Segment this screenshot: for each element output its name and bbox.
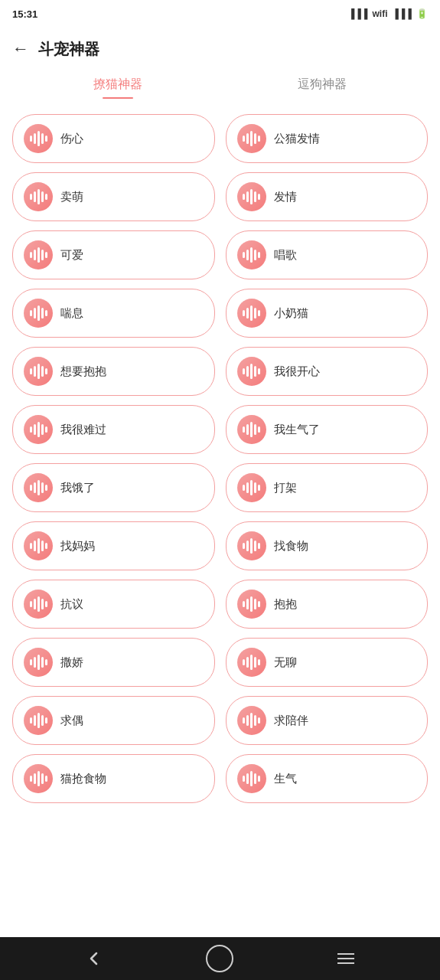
sound-button[interactable]: 生气 [226,754,429,803]
sound-button[interactable]: 发情 [226,172,429,221]
waveform-icon-circle [237,415,266,444]
waveform-icon [30,538,47,554]
sound-button[interactable]: 我很开心 [226,347,429,396]
sound-label: 我很难过 [60,423,106,437]
sound-button[interactable]: 我很难过 [12,405,215,454]
sound-label: 找食物 [274,539,308,554]
waveform-icon-circle [24,764,53,793]
sound-label: 我很开心 [274,364,320,379]
sound-label: 打架 [274,481,297,495]
waveform-icon-circle [237,648,266,677]
sound-button[interactable]: 卖萌 [12,172,215,221]
waveform-icon [30,771,47,786]
waveform-icon-circle [24,357,53,386]
waveform-icon [243,247,260,263]
waveform-icon [30,596,47,612]
sound-label: 猫抢食物 [60,772,106,786]
waveform-icon-circle [24,473,53,502]
sound-button[interactable]: 找妈妈 [12,521,215,570]
sound-button[interactable]: 我饿了 [12,463,215,512]
sound-label: 抱抱 [274,597,297,612]
waveform-icon [243,480,260,495]
waveform-icon-circle [237,357,266,386]
sound-label: 公猫发情 [274,132,320,146]
waveform-icon [30,480,47,495]
sound-button[interactable]: 猫抢食物 [12,754,215,803]
status-bar: 15:31 ▐▐▐ wifi ▐▐▐ 🔋 [0,0,440,28]
waveform-icon-circle [237,240,266,270]
sound-button[interactable]: 公猫发情 [226,114,429,163]
status-time: 15:31 [12,8,37,20]
waveform-icon-circle [24,648,53,677]
sound-button[interactable]: 抗议 [12,580,215,629]
sound-label: 求偶 [60,714,83,728]
waveform-icon [243,596,260,612]
sound-label: 撒娇 [60,655,83,670]
sound-label: 我生气了 [274,423,320,437]
waveform-icon [30,422,47,437]
sound-button[interactable]: 无聊 [226,638,429,687]
tab-cat[interactable]: 撩猫神器 [15,70,220,99]
waveform-icon-circle [24,590,53,619]
waveform-icon-circle [237,764,266,793]
sound-label: 卖萌 [60,190,83,204]
sound-button[interactable]: 唱歌 [226,230,429,279]
waveform-icon [30,247,47,263]
waveform-icon [243,422,260,437]
waveform-icon-circle [24,299,53,328]
back-button[interactable]: ← [12,39,29,59]
sound-button[interactable]: 求陪伴 [226,696,429,745]
waveform-icon-circle [24,240,53,270]
sound-button[interactable]: 可爱 [12,230,215,279]
waveform-icon-circle [24,531,53,560]
sound-button[interactable]: 小奶猫 [226,289,429,338]
sound-button[interactable]: 找食物 [226,521,429,570]
status-icons: ▐▐▐ wifi ▐▐▐ 🔋 [348,8,428,19]
sound-label: 唱歌 [274,248,297,263]
page-title: 斗宠神器 [38,39,99,60]
sound-label: 可爱 [60,248,83,263]
sound-label: 生气 [274,772,297,786]
sound-button[interactable]: 想要抱抱 [12,347,215,396]
battery-icon: 🔋 [416,8,428,19]
waveform-icon-circle [237,124,266,153]
waveform-icon [30,364,47,379]
waveform-icon-circle [237,299,266,328]
waveform-icon [30,713,47,728]
nav-menu-button[interactable] [331,943,361,974]
sound-button[interactable]: 打架 [226,463,429,512]
content-area: 伤心 公猫发情 卖萌 发情 [0,108,440,937]
sound-button[interactable]: 撒娇 [12,638,215,687]
sound-label: 我饿了 [60,481,95,495]
sound-label: 求陪伴 [274,714,308,728]
waveform-icon-circle [237,473,266,502]
tab-dog[interactable]: 逗狗神器 [220,70,425,99]
sound-button[interactable]: 喘息 [12,289,215,338]
waveform-icon-circle [24,415,53,444]
nav-back-button[interactable] [79,943,109,974]
nav-bar [0,937,440,980]
signal-icon: ▐▐▐ [348,8,368,19]
sound-label: 伤心 [60,132,83,146]
waveform-icon [243,655,260,670]
sound-label: 发情 [274,190,297,204]
waveform-icon [30,131,47,146]
tab-bar: 撩猫神器 逗狗神器 [0,70,440,99]
waveform-icon [243,189,260,204]
sound-button[interactable]: 抱抱 [226,580,429,629]
waveform-icon [243,771,260,786]
waveform-icon-circle [24,706,53,735]
sounds-grid: 伤心 公猫发情 卖萌 发情 [12,114,428,803]
sound-button[interactable]: 我生气了 [226,405,429,454]
sound-label: 找妈妈 [60,539,95,554]
nav-home-button[interactable] [206,945,233,972]
sound-label: 无聊 [274,655,297,670]
waveform-icon [30,189,47,204]
waveform-icon [30,305,47,321]
sound-label: 想要抱抱 [60,364,106,379]
waveform-icon [243,305,260,321]
sound-button[interactable]: 伤心 [12,114,215,163]
sound-label: 抗议 [60,597,83,612]
waveform-icon-circle [24,124,53,153]
sound-button[interactable]: 求偶 [12,696,215,745]
